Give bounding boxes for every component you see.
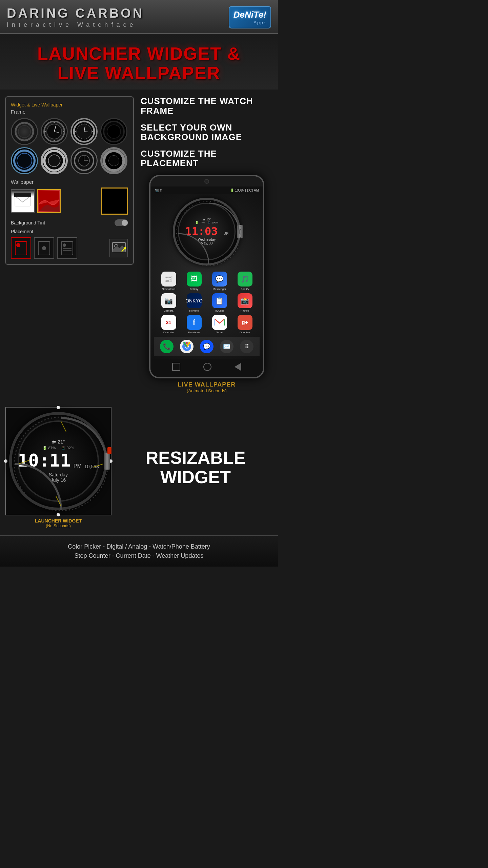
bottom-right: RESIZABLE WIDGET [118, 407, 273, 528]
svg-point-21 [17, 153, 32, 168]
placement-image-picker[interactable] [109, 239, 128, 257]
svg-point-23 [48, 155, 60, 167]
rw-line1: RESIZABLE [146, 448, 246, 468]
resize-handle-top[interactable] [57, 406, 60, 409]
app-title: DARING CARBON [7, 6, 144, 21]
logo-brand: DeNiTe! [233, 9, 266, 20]
app-calendar[interactable]: 31 Calendar [157, 315, 180, 334]
hero-title: LAUNCHER WIDGET & LIVE WALLPAPER [7, 44, 271, 83]
svg-point-4 [54, 122, 55, 123]
gallery-icon: 🖼 [187, 272, 202, 287]
app-messenger[interactable]: 💬 Messenger [208, 272, 231, 291]
dock-messaging[interactable]: 💬 [200, 340, 214, 353]
hero-section: LAUNCHER WIDGET & LIVE WALLPAPER [0, 34, 278, 90]
svg-point-29 [108, 156, 119, 166]
feature-2: SELECT YOUR OWN BACKGROUND IMAGE [141, 123, 273, 142]
footer-line1: Color Picker - Digital / Analog - Watch/… [7, 542, 271, 551]
frame-item-7[interactable] [70, 147, 98, 174]
svg-point-6 [44, 131, 46, 132]
spotify-icon: 🎵 [238, 272, 252, 287]
app-gmail[interactable]: Gmail [208, 315, 231, 334]
header-left: DARING CARBON Interactive Watchface [7, 6, 144, 28]
svg-point-45 [177, 201, 241, 266]
wallpaper-red[interactable] [37, 189, 61, 213]
app-photos[interactable]: 📸 Photos [233, 293, 256, 312]
dock-email[interactable]: ✉️ [220, 340, 233, 353]
footer: Color Picker - Digital / Analog - Watch/… [0, 535, 278, 567]
wallpaper-white[interactable] [11, 189, 35, 213]
remote-icon: ONKYO [187, 293, 202, 308]
app-spotify[interactable]: 🎵 Spotify [233, 272, 256, 291]
left-panel: Widget & Live Wallpaper Frame [5, 96, 134, 393]
resize-handle-left[interactable] [4, 459, 7, 463]
toggle-knob [122, 220, 128, 226]
app-grid: 📰 Newsstand 🖼 Gallery 💬 Messenger � [154, 269, 260, 337]
wallpaper-black[interactable] [101, 188, 128, 215]
myclips-label: MyClips [215, 309, 224, 312]
app-googleplus[interactable]: g+ Google+ [233, 315, 256, 334]
remote-label: Remote [189, 309, 199, 312]
app-camera[interactable]: 📷 Camera [157, 293, 180, 312]
frame-item-2[interactable] [41, 118, 68, 145]
placement-topleft[interactable] [11, 237, 31, 259]
phone-camera-bar [150, 176, 263, 186]
newsstand-icon: 📰 [161, 272, 176, 287]
calendar-label: Calendar [163, 331, 174, 334]
nav-back[interactable] [172, 363, 180, 371]
svg-point-19 [107, 125, 121, 138]
tint-toggle[interactable] [115, 219, 128, 226]
camera-icon: 📷 [161, 293, 176, 308]
placement-label: Placement [11, 229, 128, 234]
wl-title: LAUNCHER WIDGET [5, 518, 111, 524]
calendar-icon: 31 [161, 315, 176, 330]
app-facebook[interactable]: f Facebook [183, 315, 205, 334]
frames-grid [11, 118, 128, 174]
wl-sub: (No Seconds) [5, 524, 111, 528]
gmail-icon [212, 315, 227, 330]
placement-bottomright[interactable] [57, 237, 77, 259]
app-gallery[interactable]: 🖼 Gallery [183, 272, 205, 291]
wallpaper-grid [11, 188, 128, 215]
svg-line-17 [84, 132, 88, 132]
frame-item-3[interactable] [70, 118, 98, 145]
gmail-label: Gmail [216, 331, 223, 334]
live-wp-sub: (Animated Seconds) [141, 388, 273, 393]
phone-screen: ☁ 13° 🔋 74% 📱 100% 11:03 AM [150, 194, 263, 359]
placement-center[interactable] [34, 237, 54, 259]
frame-item-5[interactable] [11, 147, 38, 174]
nav-home[interactable] [203, 363, 211, 371]
svg-point-7 [63, 131, 64, 132]
phone-wallpaper: ☁ 13° 🔋 74% 📱 100% 11:03 AM [150, 194, 263, 359]
phone-nav-bar [150, 359, 263, 374]
app-subtitle: Interactive Watchface [7, 21, 144, 28]
rw-line2: WIDGET [146, 468, 246, 487]
brand-logo: DeNiTe! Appz [229, 6, 271, 28]
live-wp-title: LIVE WALLPAPER [141, 381, 273, 388]
svg-rect-37 [61, 241, 73, 255]
resize-handle-bottom[interactable] [57, 513, 60, 516]
status-left: 📷 ⚙ [155, 189, 163, 192]
dock-apps[interactable]: ⠿ [240, 340, 253, 353]
dock-chrome[interactable] [180, 340, 194, 353]
frame-item-1[interactable] [11, 118, 38, 145]
nav-recent[interactable] [235, 363, 241, 371]
frame-item-4[interactable] [100, 118, 127, 145]
feature-3: CUSTOMIZE THE PLACEMENT [141, 149, 273, 168]
svg-point-34 [16, 243, 20, 247]
dock-phone[interactable]: 📞 [160, 340, 174, 353]
frame-item-8[interactable] [100, 147, 127, 174]
footer-line2: Step Counter - Current Date - Weather Up… [7, 551, 271, 560]
app-newsstand[interactable]: 📰 Newsstand [157, 272, 180, 291]
phone-bottom-bar [150, 374, 263, 377]
app-remote[interactable]: ONKYO Remote [183, 293, 205, 312]
frame-item-6[interactable] [41, 147, 68, 174]
bw-outer: 🌧 21° 🔋 87% 📱 92% 10:11 PM 10,568 Saturd… [9, 412, 107, 510]
phone-status-bar: 📷 ⚙ 🔋 100% 11:03 AM [150, 186, 263, 194]
svg-rect-31 [14, 193, 31, 197]
svg-point-36 [42, 246, 46, 250]
svg-line-54 [93, 464, 103, 467]
camera-dot [204, 179, 209, 184]
feature-1: CUSTOMIZE THE WATCH FRAME [141, 96, 273, 116]
phone-watch-outer: ☁ 13° 🔋 74% 📱 100% 11:03 AM [173, 198, 241, 265]
app-myclips[interactable]: 📋 MyClips [208, 293, 231, 312]
